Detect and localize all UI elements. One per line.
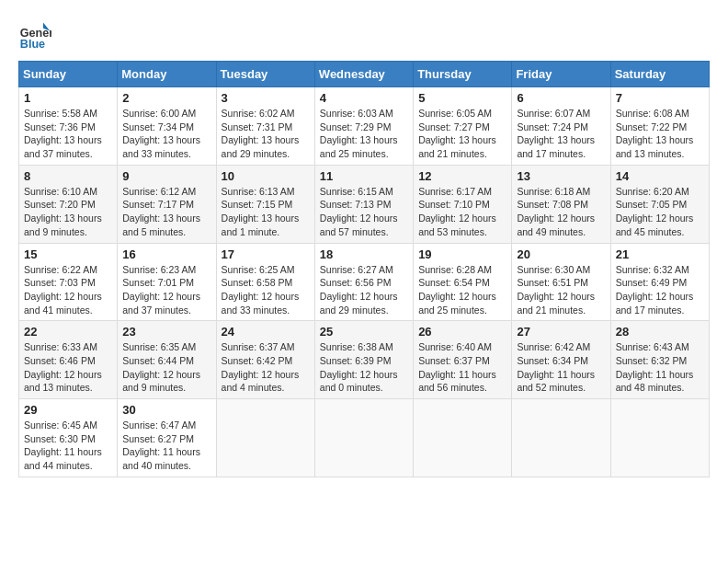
calendar-cell: 23Sunrise: 6:35 AMSunset: 6:44 PMDayligh… xyxy=(118,321,216,399)
day-info: Sunrise: 6:40 AMSunset: 6:37 PMDaylight:… xyxy=(418,340,506,395)
calendar-week-row: 22Sunrise: 6:33 AMSunset: 6:46 PMDayligh… xyxy=(19,321,710,399)
day-number: 28 xyxy=(616,325,704,339)
calendar-cell: 15Sunrise: 6:22 AMSunset: 7:03 PMDayligh… xyxy=(19,243,118,321)
day-number: 10 xyxy=(222,169,310,183)
calendar-cell: 20Sunrise: 6:30 AMSunset: 6:51 PMDayligh… xyxy=(512,243,610,321)
calendar-cell: 7Sunrise: 6:08 AMSunset: 7:22 PMDaylight… xyxy=(610,87,709,166)
day-number: 9 xyxy=(122,169,210,183)
day-info: Sunrise: 6:45 AMSunset: 6:30 PMDaylight:… xyxy=(24,419,112,473)
day-number: 26 xyxy=(418,325,506,339)
day-number: 12 xyxy=(418,169,506,183)
calendar-cell xyxy=(216,399,314,477)
calendar-cell xyxy=(512,399,610,477)
calendar-cell: 27Sunrise: 6:42 AMSunset: 6:34 PMDayligh… xyxy=(512,321,610,399)
day-number: 15 xyxy=(24,247,112,261)
calendar-cell: 25Sunrise: 6:38 AMSunset: 6:39 PMDayligh… xyxy=(314,321,413,399)
calendar-cell: 1Sunrise: 5:58 AMSunset: 7:36 PMDaylight… xyxy=(19,87,118,166)
calendar-cell: 26Sunrise: 6:40 AMSunset: 6:37 PMDayligh… xyxy=(414,321,512,399)
day-number: 1 xyxy=(24,91,112,105)
calendar-cell: 10Sunrise: 6:13 AMSunset: 7:15 PMDayligh… xyxy=(216,165,314,243)
calendar-week-row: 29Sunrise: 6:45 AMSunset: 6:30 PMDayligh… xyxy=(19,399,710,477)
day-number: 8 xyxy=(24,169,112,183)
calendar-cell xyxy=(314,399,413,477)
day-info: Sunrise: 6:10 AMSunset: 7:20 PMDaylight:… xyxy=(24,185,112,239)
calendar-cell: 22Sunrise: 6:33 AMSunset: 6:46 PMDayligh… xyxy=(19,321,118,399)
calendar-cell xyxy=(414,399,512,477)
day-number: 18 xyxy=(320,247,408,261)
day-number: 16 xyxy=(122,247,210,261)
logo-icon: General Blue xyxy=(18,18,51,52)
calendar-cell: 11Sunrise: 6:15 AMSunset: 7:13 PMDayligh… xyxy=(314,165,413,243)
calendar-cell: 17Sunrise: 6:25 AMSunset: 6:58 PMDayligh… xyxy=(216,243,314,321)
svg-text:Blue: Blue xyxy=(20,38,45,51)
calendar-week-row: 1Sunrise: 5:58 AMSunset: 7:36 PMDaylight… xyxy=(19,87,710,166)
day-info: Sunrise: 6:27 AMSunset: 6:56 PMDaylight:… xyxy=(320,263,408,317)
day-info: Sunrise: 6:03 AMSunset: 7:29 PMDaylight:… xyxy=(320,107,408,161)
calendar-cell: 3Sunrise: 6:02 AMSunset: 7:31 PMDaylight… xyxy=(216,87,314,166)
day-info: Sunrise: 6:00 AMSunset: 7:34 PMDaylight:… xyxy=(122,107,210,161)
day-number: 11 xyxy=(320,169,408,183)
calendar-cell: 8Sunrise: 6:10 AMSunset: 7:20 PMDaylight… xyxy=(19,165,118,243)
day-info: Sunrise: 6:07 AMSunset: 7:24 PMDaylight:… xyxy=(517,107,605,161)
day-info: Sunrise: 5:58 AMSunset: 7:36 PMDaylight:… xyxy=(24,107,112,161)
day-number: 17 xyxy=(222,247,310,261)
column-header-friday: Friday xyxy=(512,62,610,87)
calendar-cell: 2Sunrise: 6:00 AMSunset: 7:34 PMDaylight… xyxy=(118,87,216,166)
day-info: Sunrise: 6:38 AMSunset: 6:39 PMDaylight:… xyxy=(320,340,408,395)
day-info: Sunrise: 6:42 AMSunset: 6:34 PMDaylight:… xyxy=(517,340,605,395)
calendar-cell: 19Sunrise: 6:28 AMSunset: 6:54 PMDayligh… xyxy=(414,243,512,321)
day-number: 4 xyxy=(320,91,408,105)
day-info: Sunrise: 6:13 AMSunset: 7:15 PMDaylight:… xyxy=(222,185,310,239)
column-header-monday: Monday xyxy=(118,62,216,87)
day-number: 20 xyxy=(517,247,605,261)
column-header-saturday: Saturday xyxy=(610,62,709,87)
day-number: 19 xyxy=(418,247,506,261)
day-number: 30 xyxy=(122,403,210,417)
day-number: 2 xyxy=(122,91,210,105)
day-number: 22 xyxy=(24,325,112,339)
day-number: 27 xyxy=(517,325,605,339)
calendar-cell: 4Sunrise: 6:03 AMSunset: 7:29 PMDaylight… xyxy=(314,87,413,166)
day-number: 25 xyxy=(320,325,408,339)
day-info: Sunrise: 6:05 AMSunset: 7:27 PMDaylight:… xyxy=(418,107,506,161)
day-info: Sunrise: 6:35 AMSunset: 6:44 PMDaylight:… xyxy=(122,340,210,395)
calendar-cell: 16Sunrise: 6:23 AMSunset: 7:01 PMDayligh… xyxy=(118,243,216,321)
day-number: 21 xyxy=(616,247,704,261)
day-number: 13 xyxy=(517,169,605,183)
column-header-wednesday: Wednesday xyxy=(314,62,413,87)
day-info: Sunrise: 6:17 AMSunset: 7:10 PMDaylight:… xyxy=(418,185,506,239)
calendar-cell: 9Sunrise: 6:12 AMSunset: 7:17 PMDaylight… xyxy=(118,165,216,243)
day-info: Sunrise: 6:20 AMSunset: 7:05 PMDaylight:… xyxy=(616,185,704,239)
page-header: General Blue xyxy=(18,18,710,52)
day-info: Sunrise: 6:23 AMSunset: 7:01 PMDaylight:… xyxy=(122,263,210,317)
day-info: Sunrise: 6:33 AMSunset: 6:46 PMDaylight:… xyxy=(24,340,112,395)
day-number: 23 xyxy=(122,325,210,339)
day-number: 14 xyxy=(616,169,704,183)
day-info: Sunrise: 6:25 AMSunset: 6:58 PMDaylight:… xyxy=(222,263,310,317)
calendar-table: SundayMondayTuesdayWednesdayThursdayFrid… xyxy=(18,61,710,477)
calendar-cell: 6Sunrise: 6:07 AMSunset: 7:24 PMDaylight… xyxy=(512,87,610,166)
calendar-cell: 18Sunrise: 6:27 AMSunset: 6:56 PMDayligh… xyxy=(314,243,413,321)
calendar-header-row: SundayMondayTuesdayWednesdayThursdayFrid… xyxy=(19,62,710,87)
day-number: 29 xyxy=(24,403,112,417)
calendar-cell: 21Sunrise: 6:32 AMSunset: 6:49 PMDayligh… xyxy=(610,243,709,321)
column-header-thursday: Thursday xyxy=(414,62,512,87)
calendar-cell xyxy=(610,399,709,477)
day-info: Sunrise: 6:12 AMSunset: 7:17 PMDaylight:… xyxy=(122,185,210,239)
day-info: Sunrise: 6:30 AMSunset: 6:51 PMDaylight:… xyxy=(517,263,605,317)
calendar-week-row: 15Sunrise: 6:22 AMSunset: 7:03 PMDayligh… xyxy=(19,243,710,321)
day-number: 6 xyxy=(517,91,605,105)
day-info: Sunrise: 6:22 AMSunset: 7:03 PMDaylight:… xyxy=(24,263,112,317)
day-number: 5 xyxy=(418,91,506,105)
calendar-cell: 12Sunrise: 6:17 AMSunset: 7:10 PMDayligh… xyxy=(414,165,512,243)
day-info: Sunrise: 6:18 AMSunset: 7:08 PMDaylight:… xyxy=(517,185,605,239)
calendar-cell: 29Sunrise: 6:45 AMSunset: 6:30 PMDayligh… xyxy=(19,399,118,477)
column-header-tuesday: Tuesday xyxy=(216,62,314,87)
calendar-week-row: 8Sunrise: 6:10 AMSunset: 7:20 PMDaylight… xyxy=(19,165,710,243)
day-info: Sunrise: 6:32 AMSunset: 6:49 PMDaylight:… xyxy=(616,263,704,317)
day-number: 3 xyxy=(222,91,310,105)
day-number: 7 xyxy=(616,91,704,105)
calendar-cell: 28Sunrise: 6:43 AMSunset: 6:32 PMDayligh… xyxy=(610,321,709,399)
day-info: Sunrise: 6:28 AMSunset: 6:54 PMDaylight:… xyxy=(418,263,506,317)
day-info: Sunrise: 6:08 AMSunset: 7:22 PMDaylight:… xyxy=(616,107,704,161)
